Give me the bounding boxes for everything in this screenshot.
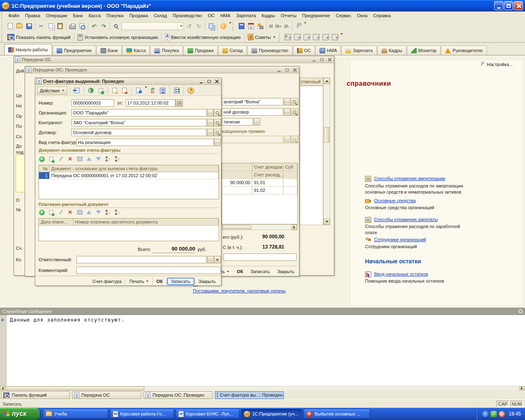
contract-ellipsis-button[interactable]: ... xyxy=(284,108,290,116)
tab-os[interactable]: ОС xyxy=(293,46,315,55)
search-dropdown-icon[interactable] xyxy=(178,23,183,30)
end-edit-icon[interactable] xyxy=(76,156,83,162)
based-on-icon[interactable] xyxy=(134,87,143,94)
nastroika-link[interactable]: Настройка... xyxy=(479,61,513,67)
close-button[interactable]: Закрыть xyxy=(195,278,219,285)
organization-field[interactable]: ООО "Парадайз" xyxy=(71,109,207,116)
actions-button[interactable]: Действия xyxy=(37,87,67,95)
scroll-thumb[interactable] xyxy=(223,225,251,229)
post-document-icon[interactable] xyxy=(73,87,81,94)
contragent-field-fragment[interactable]: анаторий "Волна" xyxy=(222,98,283,105)
base-document-cell[interactable]: Передача ОС 00000000001 от 17.03.2012 12… xyxy=(50,172,219,179)
link-amortization-methods[interactable]: Способы отражения амортизации xyxy=(374,176,445,181)
doc-out-icon[interactable] xyxy=(120,87,129,94)
contract-ellipsis-button[interactable]: ... xyxy=(207,129,214,136)
delete-row-icon[interactable]: ✕ xyxy=(67,156,73,162)
contract-search-icon[interactable] xyxy=(214,129,221,136)
close-button[interactable]: Закрыть xyxy=(274,268,298,275)
undo-icon[interactable]: ↺ xyxy=(185,22,194,30)
responsible-ellipsis-button[interactable]: ... xyxy=(207,256,214,263)
tab-rukovoditelyu[interactable]: Руководителю xyxy=(441,46,486,55)
link-contractors[interactable]: Поставщики, покупатели, налоговые органы xyxy=(193,288,285,293)
forward-icon[interactable]: ↷ xyxy=(99,22,108,30)
save-button[interactable]: Записать xyxy=(167,278,194,285)
move-down-icon[interactable] xyxy=(95,156,102,162)
copy-icon[interactable] xyxy=(46,22,55,30)
cut-icon[interactable]: ✂ xyxy=(37,22,46,30)
contragent-field[interactable]: ЗАО "Санаторий "Волна" xyxy=(71,119,207,126)
minimize-button[interactable] xyxy=(198,79,204,84)
save-button[interactable]: Записать xyxy=(247,268,274,275)
search-input[interactable] xyxy=(121,22,184,30)
contragent-search-icon[interactable] xyxy=(291,98,298,105)
redo-icon[interactable]: ↻ xyxy=(194,22,203,30)
auto-ellipsis-button[interactable]: ... xyxy=(253,118,260,126)
service-messages-titlebar[interactable]: Служебные сообщения xyxy=(0,308,525,315)
close-button[interactable] xyxy=(214,79,220,84)
memory-plus-button[interactable]: M+ xyxy=(274,24,283,29)
windows-icon[interactable] xyxy=(206,22,216,30)
tab-predpriyatie[interactable]: Предприятие xyxy=(52,46,96,55)
refresh-icon[interactable] xyxy=(87,87,95,94)
report-contractors2-icon[interactable]: Т xyxy=(311,33,321,41)
end-edit-icon[interactable] xyxy=(76,209,83,215)
maximize-button[interactable] xyxy=(206,79,212,84)
document-list-icon[interactable] xyxy=(158,87,167,94)
delete-row-icon[interactable]: ✕ xyxy=(67,209,73,215)
link-fixed-assets[interactable]: Основные средства xyxy=(374,198,416,203)
back-icon[interactable]: ↶ xyxy=(89,22,99,30)
scroll-thumb[interactable] xyxy=(324,127,329,143)
close-button[interactable] xyxy=(292,67,298,73)
calculator-icon[interactable] xyxy=(237,22,246,30)
calendar-button[interactable] xyxy=(176,99,183,107)
tab-kassa[interactable]: Касса xyxy=(122,46,150,55)
calendar-icon[interactable]: 31 xyxy=(246,22,256,30)
menu-enterprise[interactable]: Предприятие xyxy=(299,12,333,19)
info-icon[interactable]: i xyxy=(219,22,228,30)
minimize-button[interactable] xyxy=(276,67,282,73)
contract-field-fragment[interactable]: ной договор xyxy=(222,108,283,116)
maximize-button[interactable] xyxy=(319,57,325,62)
paste-icon[interactable] xyxy=(55,22,65,30)
app-minimize-button[interactable] xyxy=(494,1,503,10)
based-on-dropdown-icon[interactable] xyxy=(144,88,147,93)
hide-icons-chevron-icon[interactable]: ‹ xyxy=(482,411,488,417)
scroll-thumb[interactable] xyxy=(6,386,144,390)
link-employees[interactable]: Сотрудники организаций xyxy=(374,237,426,242)
taskbar-button-vybytie[interactable]: O Выбытие основных ... xyxy=(304,409,370,419)
invoice-kind-field[interactable]: На реализацию xyxy=(76,139,214,146)
organization-search-icon[interactable] xyxy=(214,109,221,116)
structure-icon[interactable] xyxy=(172,87,181,94)
menu-bank[interactable]: Банк xyxy=(70,12,86,19)
mdi-horizontal-scrollbar[interactable] xyxy=(0,386,525,390)
contract-search-icon[interactable] xyxy=(291,108,298,116)
window-button-transfer-os-posted[interactable]: Передача ОС: Проведен xyxy=(144,391,212,399)
help-icon[interactable]: ? xyxy=(186,87,195,94)
number-field[interactable]: 00000000003 xyxy=(71,99,114,107)
menu-production[interactable]: Производство xyxy=(170,12,205,19)
app-restore-button[interactable] xyxy=(504,1,513,10)
enter-business-operation-button[interactable]: Дк Ввести хозяйственную операцию xyxy=(163,33,242,42)
contragent-ellipsis-button[interactable]: ... xyxy=(207,119,214,126)
taskbar-button-1c[interactable]: 1С 1С:Предприятие (уч... xyxy=(241,409,302,419)
responsible-clear-button[interactable]: × xyxy=(214,256,221,263)
scroll-down-icon[interactable] xyxy=(324,219,330,225)
menu-operations[interactable]: Операции xyxy=(43,12,70,19)
menu-nma[interactable]: НМА xyxy=(217,12,233,19)
open-icon[interactable] xyxy=(15,22,24,30)
contragent-search-icon[interactable] xyxy=(214,119,221,126)
taskbar-button-ucheba[interactable]: Учеба xyxy=(43,409,108,419)
menu-reports[interactable]: Отчеты xyxy=(278,12,299,19)
menu-os[interactable]: ОС xyxy=(205,12,218,19)
tab-prodazha[interactable]: Продажа xyxy=(183,46,218,55)
search-icon[interactable] xyxy=(111,22,121,30)
wrench-dropdown-icon[interactable] xyxy=(303,24,306,29)
date-field[interactable]: 17.03.2012 12:00:02 xyxy=(126,99,176,107)
ok-button[interactable]: ОК xyxy=(233,268,247,275)
sort-asc-icon[interactable]: АЯ↓ xyxy=(105,156,111,162)
taskbar-button-kursovaya-rabota[interactable]: W Курсовая работа-Го... xyxy=(110,409,174,419)
menu-kassa[interactable]: Касса xyxy=(86,12,104,19)
pin-icon[interactable] xyxy=(518,309,523,313)
menu-windows[interactable]: Окна xyxy=(354,12,370,19)
invoice-titlebar[interactable]: Счет-фактура выданный: Проведен xyxy=(35,78,221,85)
